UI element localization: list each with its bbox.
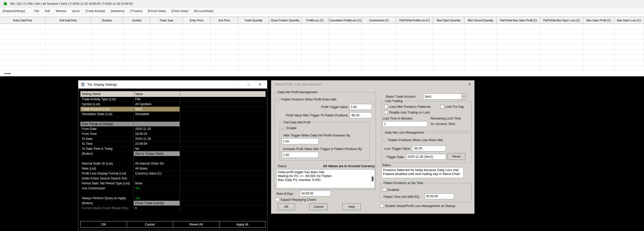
disable-on-startup-checkbox[interactable]: ✔	[380, 204, 384, 208]
flatten-loss-checkbox[interactable]: ✔	[383, 138, 387, 142]
setting-value	[134, 191, 180, 196]
loss-trigger-input[interactable]: -55.00	[412, 146, 446, 151]
column-header-exit-datetime[interactable]: Exit DateTime	[46, 17, 91, 23]
menu-item-trades[interactable]: [*Trades]	[130, 9, 142, 13]
column-header-trade-quantity[interactable]: Trade Quantity	[238, 17, 269, 23]
cancel-button[interactable]: Cancel	[127, 221, 173, 228]
table-cell	[464, 45, 497, 49]
column-header-setting-name[interactable]: Setting Name	[80, 91, 134, 97]
column-header-entry-price[interactable]: Entry Price	[183, 17, 211, 23]
setting-row-to-date[interactable]: To Date2025-11-26	[80, 136, 266, 141]
minimize-icon[interactable]: —	[233, 83, 242, 86]
setting-row-date-range-to-display[interactable]: Date Range to Display	[80, 122, 266, 127]
menu-item-statistics[interactable]: [Statistics]	[111, 9, 124, 13]
table-cell	[183, 34, 211, 39]
support-replaying-checkbox[interactable]: ✔	[275, 198, 279, 201]
close-icon[interactable]: ✕	[468, 82, 471, 87]
setting-row-to-time[interactable]: To Time23:59:59	[80, 141, 266, 146]
table-cell	[497, 45, 540, 49]
reset-button[interactable]: Reset	[447, 153, 465, 160]
profit-trigger-input[interactable]: 3.00	[349, 104, 372, 110]
trigger-date-input[interactable]: 2025-11-26 (Sim1)	[406, 154, 446, 160]
setting-row-button[interactable]: (Button)[Clear Trade Activity]	[80, 201, 266, 206]
setting-row-to-date-time-is-today[interactable]: To Date-Time is TodayNo	[80, 146, 266, 151]
dialog-titlebar[interactable]: TAL Display Settings — □ ✕	[78, 80, 267, 89]
apply-all-button[interactable]: Apply All	[219, 221, 266, 228]
setting-row-from-time[interactable]: From Time18:00:00	[80, 132, 266, 136]
setting-row-trade-activity-type-list[interactable]: Trade Activity Type (List)Fills	[80, 97, 266, 102]
dialog-title: Global Profit / Loss Management	[274, 83, 468, 86]
tal-display-settings-dialog: TAL Display Settings — □ ✕ Setting Name …	[78, 80, 267, 230]
ok-button[interactable]: OK	[278, 203, 295, 210]
scrollbar[interactable]	[371, 170, 374, 188]
column-header-flattoflat-profit-loss-c[interactable]: FlatToFlat Profit/Loss (C)	[396, 17, 433, 23]
app-icon	[4, 2, 7, 5]
column-header-trade-type[interactable]: Trade Type	[150, 17, 183, 23]
column-header-value[interactable]: Value	[134, 91, 180, 97]
menu-item-quick[interactable]: Quick	[72, 9, 80, 13]
flatten-time-input[interactable]: 00:00:00	[425, 193, 454, 199]
menu-item-window[interactable]: Window	[56, 9, 66, 13]
setting-row-use-commission[interactable]: Use CommissionYes	[80, 186, 266, 191]
menu-item-chart-stats[interactable]: [Chart Stats]	[172, 9, 188, 13]
lock-time-input[interactable]: 1	[383, 121, 427, 127]
revert-all-button[interactable]: Revert All	[173, 221, 219, 228]
setting-row-period-stats-tab-period-type-list[interactable]: Period Stats Tab Period Type (List)None	[80, 181, 266, 186]
setting-row-from-date[interactable]: From Date2025-11-25	[80, 127, 266, 132]
lock-for-day-checkbox[interactable]: ✔	[440, 105, 444, 108]
main-titlebar[interactable]: TAL | QC: 0 | Fills | Sim | All Symbols …	[0, 0, 644, 8]
menu-item-edit[interactable]: Edit	[45, 9, 50, 13]
setting-row-button[interactable]: (Button)[Set to Todays Date]	[80, 151, 266, 156]
menu-item-accountstats[interactable]: [AccountStats]	[194, 9, 213, 13]
cancel-button[interactable]: Cancel	[310, 203, 327, 210]
ok-button[interactable]: OK	[80, 221, 127, 228]
menu-item-period-stats[interactable]: [Period Stats]	[148, 9, 166, 13]
dialog-titlebar[interactable]: Global Profit / Loss Management ✕	[271, 80, 474, 88]
column-header-entry-datetime[interactable]: Entry DateTime	[0, 17, 46, 23]
column-header-cumulative-profit-loss-c[interactable]: Cumulative Profit/Loss (C)	[329, 17, 362, 23]
column-header-symbol[interactable]: Symbol	[123, 17, 150, 23]
column-header-max-open-loss-c[interactable]: Max Open Loss (C)	[614, 17, 644, 23]
setting-row-spacer	[80, 117, 266, 122]
lock-after-flattened-checkbox[interactable]: ✔	[384, 105, 388, 108]
status-trade-account-select[interactable]: Sim1 ▼	[423, 93, 467, 99]
column-header-commission-c[interactable]: Commission (C)	[362, 17, 396, 23]
setting-row-always-perform-query-on-apply[interactable]: Always Perform Query on ApplyYes	[80, 196, 266, 201]
menu-item-file[interactable]: File	[34, 9, 39, 13]
column-header-flattoflat-max-open-loss-c[interactable]: FlatToFlat Max Open Loss (C)	[540, 17, 583, 23]
increase-profit-value-input[interactable]: 1.00	[282, 152, 319, 158]
menu-item-trade-activity[interactable]: [Trade Activity]	[85, 9, 105, 13]
setting-row-profit-loss-display-format-list[interactable]: Profit Loss Display Format (List)Currenc…	[80, 171, 266, 176]
trail-enable-checkbox[interactable]: ✔	[282, 126, 285, 130]
flatten-time-enabled-checkbox[interactable]: ✔	[383, 188, 386, 191]
setting-row-trade-account-list[interactable]: Trade Account (List)Sim1	[80, 107, 266, 112]
setting-row-current-query-count-read-only[interactable]: Current Query Count (Read Only)0	[80, 206, 266, 211]
column-header-max-open-quantity[interactable]: Max Open Quantity	[433, 17, 464, 23]
column-header-profit-loss-c[interactable]: Profit/Loss (C)	[301, 17, 329, 23]
column-header-max-open-profit-c[interactable]: Max Open Profit (C)	[583, 17, 614, 23]
column-header-duration[interactable]: Duration	[91, 17, 123, 23]
start-of-day-input[interactable]: 18:00:00	[300, 190, 331, 196]
disable-auto-trading-checkbox[interactable]: ✔	[384, 110, 388, 114]
setting-row-note-list[interactable]: Note (List)All Notes	[80, 166, 266, 171]
help-button[interactable]: Help	[342, 203, 361, 210]
scrollbar-thumb[interactable]	[372, 177, 374, 181]
column-header-flattoflat-max-open-profit-c[interactable]: FlatToFlat Max Open Profit (C)	[497, 17, 540, 23]
profit-after-trigger-input[interactable]: -65.00	[349, 112, 372, 118]
column-header-close-position-quantity[interactable]: Close Position Quantity	[269, 17, 301, 23]
table-cell	[91, 45, 123, 49]
table-cell	[583, 29, 614, 34]
column-header-max-closed-quantity[interactable]: Max Closed Quantity	[464, 17, 497, 23]
setting-row-symbol-list[interactable]: Symbol (List)All Symbols	[80, 102, 266, 107]
close-icon[interactable]: ✕	[256, 83, 264, 86]
setting-row-internal-order-id-list[interactable]: Internal Order ID (List)All Internal Ord…	[80, 161, 266, 166]
setting-row-simulation-state-list[interactable]: Simulation State (List)Simulated	[80, 112, 266, 117]
setting-row-order-action-source-search-text[interactable]: Order Action Source Search Text	[80, 176, 266, 181]
splitter-handle[interactable]	[4, 73, 11, 74]
flatten-profit-checkbox[interactable]: ✔	[276, 97, 280, 101]
menu-item-displaysettings[interactable]: [DisplaySettings]	[3, 9, 25, 13]
maximize-icon[interactable]: □	[244, 83, 253, 86]
chevron-down-icon[interactable]: ▼	[461, 94, 466, 99]
column-header-exit-price[interactable]: Exit Price	[211, 17, 238, 23]
after-trigger-increase-input[interactable]: 1.00	[282, 138, 319, 144]
